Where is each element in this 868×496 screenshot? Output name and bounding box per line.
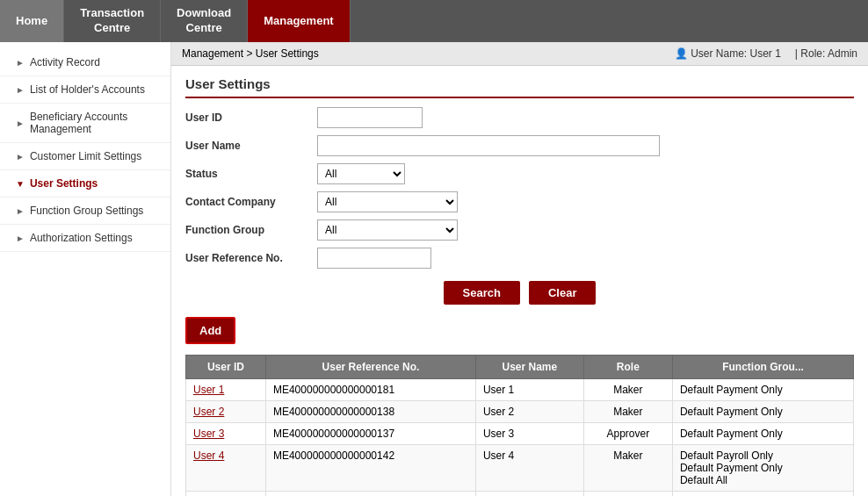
col-header-role: Role — [583, 356, 672, 379]
sidebar-label: User Settings — [30, 177, 98, 190]
table-row: User 3ME400000000000000137User 3Approver… — [186, 423, 854, 445]
arrow-icon: ▼ — [16, 179, 25, 189]
user-id-link[interactable]: User 3 — [193, 428, 224, 440]
user-id-label: User ID — [185, 111, 317, 124]
cell-function-group: Default Payment Only — [672, 401, 853, 423]
function-group-field-container: All — [317, 219, 458, 241]
user-ref-field-container — [317, 248, 431, 269]
cell-user-id: User 4 — [186, 445, 266, 492]
user-id-row: User ID — [185, 107, 854, 128]
cell-function-group: Default Payroll Only Default Payment Onl… — [672, 445, 853, 492]
nav-management[interactable]: Management — [248, 0, 350, 42]
search-button[interactable]: Search — [444, 281, 520, 305]
table-row: User 5ME400000000000000141User 5Approver… — [186, 492, 854, 497]
sidebar: ► Activity Record ► List of Holder's Acc… — [0, 42, 171, 496]
sidebar-item-customer-limit[interactable]: ► Customer Limit Settings — [0, 143, 170, 170]
search-button-row: Search Clear — [185, 281, 854, 305]
main-content: Management > User Settings 👤 User Name: … — [171, 42, 868, 496]
add-button[interactable]: Add — [185, 317, 235, 344]
cell-ref-no: ME400000000000000137 — [265, 423, 475, 445]
cell-role: Maker — [583, 401, 672, 423]
status-row: Status All Active Inactive — [185, 163, 854, 184]
sidebar-item-activity-record[interactable]: ► Activity Record — [0, 49, 170, 76]
sidebar-label: List of Holder's Accounts — [30, 83, 145, 96]
user-id-field-container — [317, 107, 423, 128]
cell-user-name: User 4 — [475, 445, 583, 492]
main-layout: ► Activity Record ► List of Holder's Acc… — [0, 42, 868, 496]
breadcrumb-bar: Management > User Settings 👤 User Name: … — [171, 42, 868, 66]
arrow-icon: ► — [16, 206, 25, 216]
cell-function-group: Default Payment Only — [672, 423, 853, 445]
nav-transaction-centre[interactable]: Transaction Centre — [64, 0, 161, 42]
contact-company-label: Contact Company — [185, 196, 317, 208]
user-id-input[interactable] — [317, 107, 423, 128]
sidebar-item-holder-accounts[interactable]: ► List of Holder's Accounts — [0, 76, 170, 104]
breadcrumb: Management > User Settings — [182, 47, 319, 60]
cell-user-id: User 2 — [186, 401, 266, 423]
col-header-function-group: Function Grou... — [672, 356, 853, 379]
sidebar-label: Customer Limit Settings — [30, 150, 141, 162]
status-select[interactable]: All Active Inactive — [317, 163, 405, 184]
sidebar-item-authorization[interactable]: ► Authorization Settings — [0, 225, 170, 252]
sidebar-item-beneficiary-accounts[interactable]: ► Beneficiary Accounts Management — [0, 104, 170, 143]
search-form: User ID User Name Status All — [185, 107, 854, 269]
cell-role: Maker — [583, 445, 672, 492]
user-info: 👤 User Name: User 1 | Role: Admin — [675, 47, 857, 60]
function-group-select[interactable]: All — [317, 219, 458, 241]
cell-function-group: Default Payroll Only — [672, 492, 853, 497]
table-row: User 1ME400000000000000181User 1MakerDef… — [186, 379, 854, 401]
sidebar-item-user-settings[interactable]: ▼ User Settings — [0, 170, 170, 198]
user-ref-label: User Reference No. — [185, 252, 317, 264]
table-row: User 2ME400000000000000138User 2MakerDef… — [186, 401, 854, 423]
user-id-link[interactable]: User 4 — [193, 449, 224, 462]
user-icon: 👤 User Name: User 1 — [675, 47, 781, 60]
col-header-user-name: User Name — [475, 356, 583, 379]
sidebar-label: Function Group Settings — [30, 205, 143, 217]
cell-user-name: User 1 — [475, 379, 583, 401]
user-id-link[interactable]: User 1 — [193, 384, 224, 396]
cell-user-id: User 1 — [186, 379, 266, 401]
contact-company-select[interactable]: All — [317, 191, 458, 212]
role-label: | Role: Admin — [795, 47, 857, 60]
add-button-row: Add — [185, 317, 854, 349]
content-area: User Settings User ID User Name Statu — [171, 66, 868, 496]
arrow-icon: ► — [16, 234, 25, 243]
user-ref-input[interactable] — [317, 248, 431, 269]
results-table: User ID User Reference No. User Name Rol… — [185, 355, 854, 496]
col-header-ref-no: User Reference No. — [265, 356, 475, 379]
cell-role: Approver — [583, 492, 672, 497]
sidebar-label: Authorization Settings — [30, 232, 133, 244]
contact-company-field-container: All — [317, 191, 458, 212]
cell-function-group: Default Payment Only — [672, 379, 853, 401]
user-name-input[interactable] — [317, 135, 660, 156]
arrow-icon: ► — [16, 85, 25, 95]
cell-user-id: User 5 — [186, 492, 266, 497]
clear-button[interactable]: Clear — [529, 281, 597, 305]
user-id-link[interactable]: User 2 — [193, 406, 224, 418]
cell-ref-no: ME400000000000000181 — [265, 379, 475, 401]
arrow-icon: ► — [16, 58, 25, 68]
nav-home[interactable]: Home — [0, 0, 64, 42]
sidebar-item-function-group[interactable]: ► Function Group Settings — [0, 198, 170, 225]
nav-download-centre[interactable]: Download Centre — [161, 0, 248, 42]
user-name-label: User Name — [185, 140, 317, 152]
status-field-container: All Active Inactive — [317, 163, 405, 184]
table-row: User 4ME400000000000000142User 4MakerDef… — [186, 445, 854, 492]
cell-user-id: User 3 — [186, 423, 266, 445]
page-title: User Settings — [185, 76, 854, 98]
contact-company-row: Contact Company All — [185, 191, 854, 212]
top-navigation: Home Transaction Centre Download Centre … — [0, 0, 868, 42]
sidebar-label: Activity Record — [30, 56, 100, 68]
arrow-icon: ► — [16, 152, 25, 162]
function-group-label: Function Group — [185, 224, 317, 236]
user-ref-row: User Reference No. — [185, 248, 854, 269]
cell-user-name: User 2 — [475, 401, 583, 423]
sidebar-label: Beneficiary Accounts Management — [30, 111, 160, 135]
cell-role: Approver — [583, 423, 672, 445]
status-label: Status — [185, 168, 317, 180]
arrow-icon: ► — [16, 119, 25, 128]
cell-role: Maker — [583, 379, 672, 401]
cell-ref-no: ME400000000000000138 — [265, 401, 475, 423]
function-group-row: Function Group All — [185, 219, 854, 241]
user-name-field-container — [317, 135, 660, 156]
